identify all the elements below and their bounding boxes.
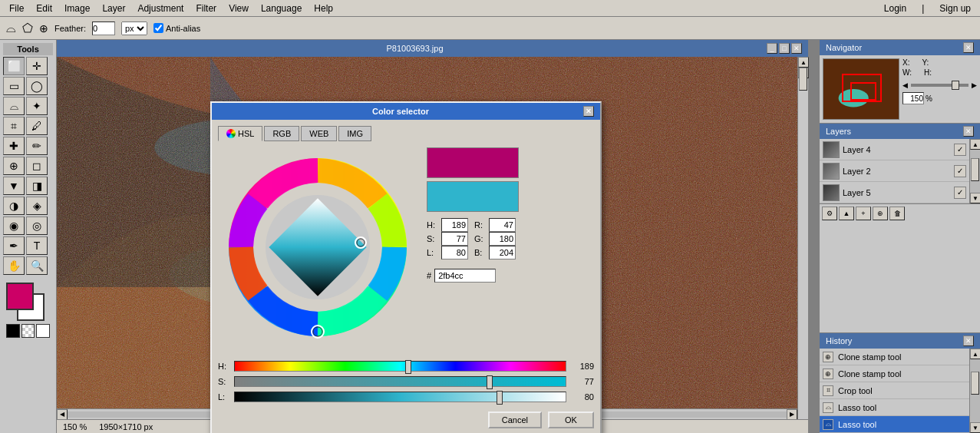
layers-delete-btn[interactable]: 🗑 bbox=[889, 207, 905, 220]
scrollbar-v-up[interactable]: ▲ bbox=[798, 57, 809, 68]
eyedropper-tool[interactable]: 🖊 bbox=[26, 117, 48, 135]
scrollbar-v-thumb[interactable] bbox=[799, 68, 807, 91]
zoom-increase-btn[interactable]: ▶ bbox=[972, 81, 977, 89]
zoom-slider[interactable] bbox=[911, 84, 968, 87]
pen-tool[interactable]: ✒ bbox=[3, 236, 25, 255]
menu-view[interactable]: View bbox=[223, 2, 255, 15]
black-swatch[interactable] bbox=[6, 324, 20, 338]
history-item-3[interactable]: ⌓ Lasso tool bbox=[820, 399, 969, 416]
ok-button[interactable]: OK bbox=[548, 412, 594, 428]
foreground-color-swatch[interactable] bbox=[6, 283, 34, 310]
layers-scroll-track[interactable] bbox=[970, 150, 980, 193]
hex-input[interactable] bbox=[434, 269, 496, 283]
layers-scroll-up[interactable]: ▲ bbox=[970, 139, 980, 150]
history-scroll-track[interactable] bbox=[970, 359, 980, 422]
layers-scroll-thumb[interactable] bbox=[971, 158, 979, 181]
window-maximize[interactable]: □ bbox=[779, 43, 790, 54]
layers-scroll-down[interactable]: ▼ bbox=[970, 193, 980, 203]
g-input[interactable] bbox=[489, 232, 516, 246]
h-slider-thumb[interactable] bbox=[405, 360, 411, 374]
color-dialog-close-btn[interactable]: ✕ bbox=[583, 106, 594, 117]
history-scroll-up[interactable]: ▲ bbox=[970, 349, 980, 359]
primary-color-swatch[interactable] bbox=[427, 147, 519, 178]
layers-scrollbar[interactable]: ▲ ▼ bbox=[969, 139, 980, 203]
zoom-tool[interactable]: 🔍 bbox=[26, 256, 48, 275]
h-input[interactable] bbox=[441, 218, 468, 232]
history-scrollbar[interactable]: ▲ ▼ bbox=[969, 349, 980, 433]
tab-rgb[interactable]: RGB bbox=[264, 126, 299, 141]
l-input[interactable] bbox=[441, 246, 468, 259]
layer-item-0[interactable]: Layer 4 ✓ bbox=[820, 139, 969, 160]
text-tool[interactable]: T bbox=[26, 236, 48, 255]
r-input[interactable] bbox=[489, 218, 516, 232]
menu-image[interactable]: Image bbox=[58, 2, 96, 15]
tab-img[interactable]: IMG bbox=[338, 126, 371, 141]
menu-edit[interactable]: Edit bbox=[30, 2, 58, 15]
layers-copy-btn[interactable]: ⊕ bbox=[873, 207, 888, 220]
canvas-scrollbar-v[interactable]: ▲ ▼ bbox=[797, 57, 808, 419]
history-scroll-down[interactable]: ▼ bbox=[970, 422, 980, 433]
window-minimize[interactable]: _ bbox=[767, 43, 777, 54]
layer-item-1[interactable]: Layer 2 ✓ bbox=[820, 160, 969, 182]
brush-tool[interactable]: ✏ bbox=[26, 137, 48, 155]
menu-adjustment[interactable]: Adjustment bbox=[131, 2, 190, 15]
hand-tool[interactable]: ✋ bbox=[3, 256, 25, 275]
s-slider-track[interactable] bbox=[234, 376, 566, 387]
blur-tool[interactable]: ◎ bbox=[26, 216, 48, 235]
transparent-swatch[interactable] bbox=[21, 324, 35, 338]
selection-tool[interactable]: ⬜ bbox=[3, 57, 25, 75]
layer-visibility-0[interactable]: ✓ bbox=[954, 144, 966, 156]
ellipse-select-tool[interactable]: ◯ bbox=[26, 77, 48, 95]
layer-visibility-1[interactable]: ✓ bbox=[954, 165, 966, 177]
tab-hsl[interactable]: HSL bbox=[218, 126, 262, 141]
clone-tool[interactable]: ⊕ bbox=[3, 157, 25, 175]
menu-help[interactable]: Help bbox=[308, 2, 339, 15]
white-swatch[interactable] bbox=[36, 324, 50, 338]
layers-close-btn[interactable]: ✕ bbox=[963, 126, 974, 137]
login-link[interactable]: Login bbox=[878, 2, 912, 15]
layer-item-2[interactable]: Layer 5 ✓ bbox=[820, 182, 969, 203]
layers-settings-btn[interactable]: ⚙ bbox=[822, 207, 837, 220]
history-close-btn[interactable]: ✕ bbox=[963, 335, 974, 346]
paint-bucket-tool[interactable]: ▼ bbox=[3, 177, 25, 195]
navigator-close-btn[interactable]: ✕ bbox=[963, 42, 974, 53]
l-slider-track[interactable] bbox=[234, 392, 566, 402]
gradient-tool[interactable]: ◨ bbox=[26, 177, 48, 195]
feather-input[interactable] bbox=[92, 21, 115, 35]
signup-link[interactable]: Sign up bbox=[933, 2, 977, 15]
b-input[interactable] bbox=[489, 246, 516, 259]
l-slider-thumb[interactable] bbox=[497, 391, 503, 405]
move-tool[interactable]: ✛ bbox=[26, 57, 48, 75]
history-item-1[interactable]: ⊕ Clone stamp tool bbox=[820, 365, 969, 382]
heal-tool[interactable]: ✚ bbox=[3, 137, 25, 155]
layers-up-btn[interactable]: ▲ bbox=[839, 207, 854, 220]
magic-wand-tool[interactable]: ✦ bbox=[26, 97, 48, 115]
layers-add-btn[interactable]: + bbox=[856, 207, 871, 220]
h-slider-track[interactable] bbox=[234, 361, 566, 372]
tab-web[interactable]: WEB bbox=[301, 126, 337, 141]
zoom-input[interactable] bbox=[902, 92, 924, 104]
s-slider-thumb[interactable] bbox=[487, 375, 493, 389]
scrollbar-h-right[interactable]: ▶ bbox=[787, 409, 797, 420]
smudge-tool[interactable]: ◉ bbox=[3, 216, 25, 235]
menu-language[interactable]: Language bbox=[255, 2, 308, 15]
zoom-slider-thumb[interactable] bbox=[952, 81, 959, 90]
rect-select-tool[interactable]: ▭ bbox=[3, 77, 25, 95]
zoom-decrease-btn[interactable]: ◀ bbox=[902, 81, 908, 89]
menu-file[interactable]: File bbox=[3, 2, 30, 15]
menu-filter[interactable]: Filter bbox=[190, 2, 223, 15]
menu-layer[interactable]: Layer bbox=[96, 2, 131, 15]
dodge-tool[interactable]: ◑ bbox=[3, 197, 25, 215]
cancel-button[interactable]: Cancel bbox=[488, 412, 542, 428]
history-item-2[interactable]: ⌗ Crop tool bbox=[820, 382, 969, 399]
history-item-0[interactable]: ⊕ Clone stamp tool bbox=[820, 349, 969, 365]
window-close[interactable]: ✕ bbox=[791, 43, 802, 54]
anti-alias-checkbox[interactable] bbox=[153, 23, 163, 33]
selected-color-swatch[interactable] bbox=[427, 181, 519, 212]
scrollbar-h-left[interactable]: ◀ bbox=[57, 409, 68, 420]
lasso-tool[interactable]: ⌓ bbox=[3, 97, 25, 115]
eraser-tool[interactable]: ◻ bbox=[26, 157, 48, 175]
history-item-4[interactable]: ⌓ Lasso tool bbox=[820, 416, 969, 433]
feather-unit[interactable]: px bbox=[121, 21, 147, 35]
history-scroll-thumb[interactable] bbox=[971, 372, 979, 395]
